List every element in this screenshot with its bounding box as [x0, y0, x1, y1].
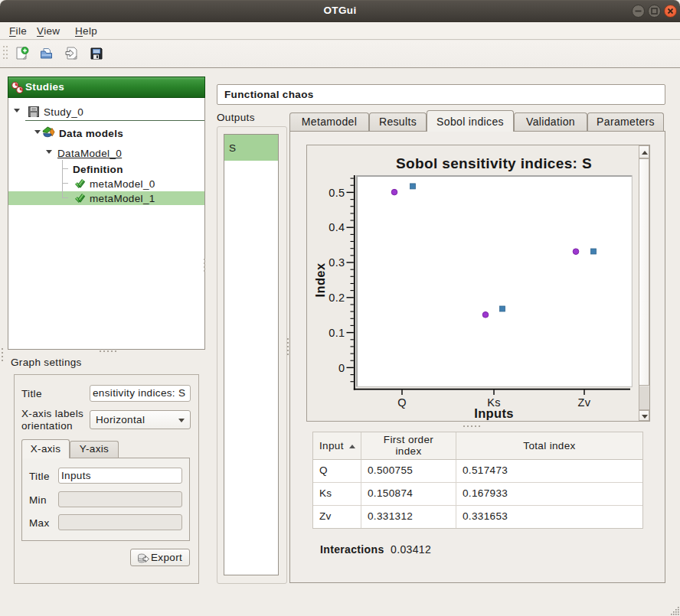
svg-text:Sobol sensitivity indices: S: Sobol sensitivity indices: S [396, 155, 592, 171]
svg-text:0.1: 0.1 [329, 327, 345, 339]
svg-text:Index: Index [313, 262, 327, 297]
svg-text:Zv: Zv [578, 396, 591, 409]
svg-text:Inputs: Inputs [474, 406, 514, 420]
svg-text:0.4: 0.4 [329, 221, 345, 233]
svg-text:0: 0 [338, 362, 345, 374]
svg-text:0.2: 0.2 [329, 292, 345, 304]
svg-text:0.5: 0.5 [329, 187, 345, 199]
svg-text:0.3: 0.3 [329, 256, 345, 269]
svg-text:Q: Q [397, 396, 407, 409]
